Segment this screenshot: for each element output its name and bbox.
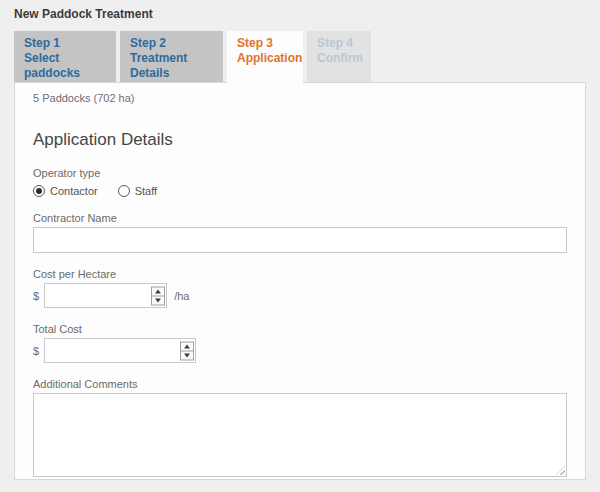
tab-step-number: Step 3 [237,36,299,51]
stepper-up-icon[interactable] [181,342,193,351]
step-content-panel: 5 Paddocks (702 ha) Application Details … [14,82,586,480]
tab-step4-confirm: Step 4 Confirm [307,31,371,82]
tab-label-line: Application [237,51,299,66]
tab-step1-select-paddocks[interactable]: Step 1 Select paddocks and date [14,31,116,82]
radio-selected-icon[interactable] [33,185,45,197]
additional-comments-textarea[interactable] [33,393,567,477]
total-cost-label: Total Cost [33,323,567,335]
tab-step2-treatment-details[interactable]: Step 2 Treatment Details [120,31,223,82]
additional-comments-label: Additional Comments [33,378,567,390]
total-cost-input[interactable] [44,338,196,363]
tab-step3-application[interactable]: Step 3 Application [227,31,303,87]
operator-type-group: Contactor Staff [33,185,567,197]
contractor-name-input[interactable] [33,227,567,253]
tab-step-number: Step 2 [130,36,219,51]
tab-step-number: Step 4 [317,36,367,51]
total-cost-row: $ [33,338,567,363]
radio-option-staff[interactable]: Staff [118,185,157,197]
tab-label-line: Select paddocks [24,51,112,81]
tab-label-line: Treatment Details [130,51,219,81]
operator-type-label: Operator type [33,167,567,179]
radio-option-label: Contactor [50,185,98,197]
radio-option-label: Staff [135,185,157,197]
cost-per-hectare-input[interactable] [44,283,167,308]
cost-per-hectare-row: $ /ha [33,283,567,308]
contractor-name-label: Contractor Name [33,212,567,224]
radio-option-contactor[interactable]: Contactor [33,185,98,197]
stepper-down-icon[interactable] [181,351,193,359]
page-title: New Paddock Treatment [14,7,153,21]
number-stepper[interactable] [151,286,165,305]
number-stepper[interactable] [180,341,194,360]
paddock-summary: 5 Paddocks (702 ha) [33,92,567,104]
stepper-down-icon[interactable] [152,296,164,304]
tab-step-number: Step 1 [24,36,112,51]
stepper-up-icon[interactable] [152,287,164,296]
additional-comments-wrap [33,393,567,477]
currency-prefix: $ [33,345,39,357]
cost-per-hectare-label: Cost per Hectare [33,268,567,280]
radio-unselected-icon[interactable] [118,185,130,197]
wizard-tabs: Step 1 Select paddocks and date Step 2 T… [14,31,371,87]
tab-label-line: Confirm [317,51,367,66]
new-paddock-treatment-page: New Paddock Treatment Step 1 Select padd… [0,0,600,492]
section-title: Application Details [33,130,567,150]
currency-prefix: $ [33,290,39,302]
per-hectare-suffix: /ha [174,290,189,302]
